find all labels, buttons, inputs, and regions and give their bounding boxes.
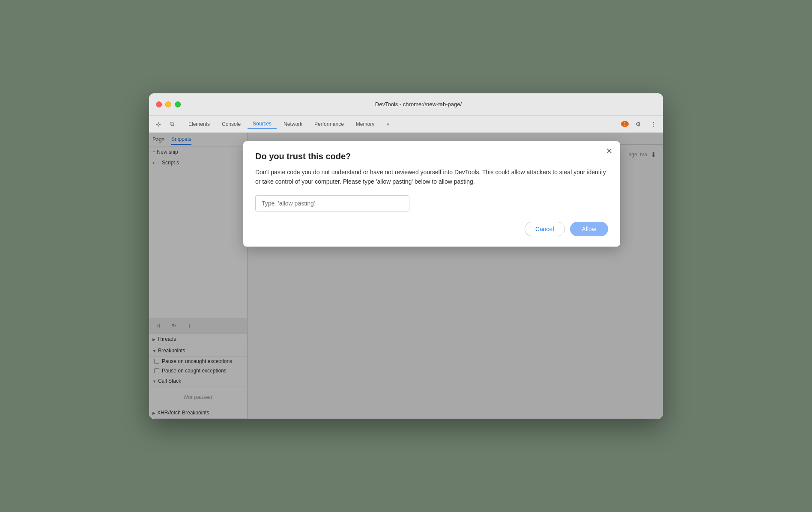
tab-network[interactable]: Network (278, 119, 307, 129)
devtools-panel: ⊹ ⧉ Elements Console Sources Network Per… (149, 116, 663, 419)
tab-more[interactable]: » (381, 119, 394, 129)
allow-button[interactable]: Allow (570, 222, 608, 236)
traffic-lights (156, 101, 181, 107)
devtools-body: Page Snippets + New snip ▪ Script s ⏸ ↻ … (149, 133, 663, 419)
more-icon[interactable]: ⋮ (648, 118, 660, 130)
minimize-button[interactable] (165, 101, 171, 107)
tab-performance[interactable]: Performance (309, 119, 349, 129)
right-icons: 1 ⚙ ⋮ (621, 118, 660, 130)
tab-memory[interactable]: Memory (351, 119, 379, 129)
dialog-title: Do you trust this code? (255, 152, 608, 161)
devtools-tab-bar: ⊹ ⧉ Elements Console Sources Network Per… (149, 116, 663, 133)
tab-elements[interactable]: Elements (183, 119, 215, 129)
devtools-window: DevTools - chrome://new-tab-page/ ⊹ ⧉ El… (149, 93, 663, 419)
inspector-icon[interactable]: ⊹ (152, 118, 164, 130)
device-icon[interactable]: ⧉ (166, 118, 178, 130)
settings-icon[interactable]: ⚙ (632, 118, 644, 130)
modal-overlay: ✕ Do you trust this code? Don't paste co… (149, 133, 663, 419)
tab-sources[interactable]: Sources (248, 119, 277, 129)
cancel-button[interactable]: Cancel (525, 222, 565, 236)
dialog-body: Don't paste code you do not understand o… (255, 167, 608, 187)
close-button[interactable] (156, 101, 162, 107)
maximize-button[interactable] (175, 101, 181, 107)
dialog-buttons: Cancel Allow (255, 222, 608, 236)
notification-badge: 1 (621, 121, 629, 127)
devtools-icons: ⊹ ⧉ (152, 118, 178, 130)
allow-pasting-input[interactable] (255, 195, 409, 211)
window-title: DevTools - chrome://new-tab-page/ (181, 101, 656, 107)
trust-dialog: ✕ Do you trust this code? Don't paste co… (243, 141, 620, 247)
titlebar: DevTools - chrome://new-tab-page/ (149, 93, 663, 116)
dialog-close-button[interactable]: ✕ (606, 147, 612, 155)
tab-console[interactable]: Console (217, 119, 246, 129)
